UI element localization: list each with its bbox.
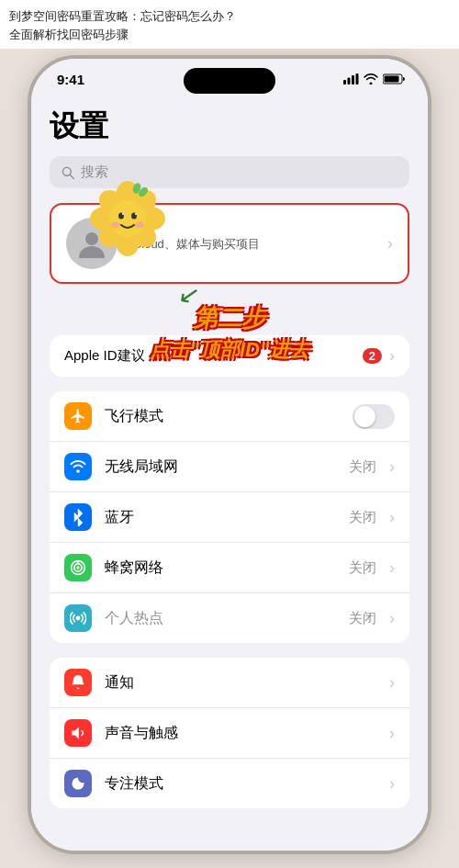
svg-rect-0 xyxy=(343,80,346,85)
step2-overlay: 第二步 点击"顶部ID"进去 xyxy=(55,302,404,364)
cellular-chevron: › xyxy=(389,558,395,578)
notifications-chevron: › xyxy=(389,673,395,693)
search-icon xyxy=(61,165,75,180)
airplane-label: 飞行模式 xyxy=(105,407,340,426)
battery-icon xyxy=(383,73,406,85)
hotspot-label: 个人热点 xyxy=(105,609,336,628)
svg-point-19 xyxy=(135,222,144,229)
cellular-value: 关闭 xyxy=(349,559,376,577)
dynamic-island xyxy=(184,68,275,94)
focus-label: 专注模式 xyxy=(105,774,376,794)
wifi-value: 关闭 xyxy=(349,458,376,476)
svg-rect-1 xyxy=(348,78,351,85)
settings-row-hotspot[interactable]: 个人热点 关闭 › xyxy=(50,593,409,643)
bluetooth-chevron: › xyxy=(389,508,395,527)
svg-point-28 xyxy=(76,566,79,569)
cellular-icon xyxy=(70,559,86,576)
hotspot-icon-box xyxy=(64,604,92,632)
bell-icon xyxy=(71,674,85,691)
svg-rect-5 xyxy=(385,76,399,83)
sound-icon xyxy=(70,725,86,741)
profile-card-wrapper: iCloud、媒体与购买项目 › xyxy=(31,203,428,284)
hotspot-value: 关闭 xyxy=(349,610,376,627)
svg-point-18 xyxy=(111,222,120,229)
connectivity-group: 飞行模式 无线局域网 关闭 › xyxy=(50,391,409,643)
wifi-settings-icon xyxy=(70,460,86,473)
chevron-right-icon: › xyxy=(387,234,393,254)
status-time: 9:41 xyxy=(57,72,84,87)
svg-line-7 xyxy=(70,175,73,178)
hotspot-chevron: › xyxy=(389,609,395,628)
top-banner: 到梦空间密码重置攻略：忘记密码怎么办？ 全面解析找回密码步骤 xyxy=(0,0,459,49)
svg-rect-2 xyxy=(352,75,354,85)
phone-frame: 9:41 xyxy=(28,55,431,854)
settings-row-sound[interactable]: 声音与触感 › xyxy=(50,708,409,759)
phone-inner: 9:41 xyxy=(31,59,428,851)
bluetooth-icon-box xyxy=(64,503,92,531)
svg-point-23 xyxy=(135,213,137,215)
banner-line1: 到梦空间密码重置攻略：忘记密码怎么办？ xyxy=(9,7,450,26)
focus-chevron: › xyxy=(389,774,395,794)
svg-point-17 xyxy=(109,200,146,237)
settings-title: 设置 xyxy=(31,99,428,156)
flower-sticker xyxy=(86,177,169,260)
wifi-icon xyxy=(364,73,378,85)
notifications-group: 通知 › 声音与触感 › xyxy=(50,658,409,808)
cellular-label: 蜂窝网络 xyxy=(105,558,336,578)
settings-row-notifications[interactable]: 通知 › xyxy=(50,658,409,708)
wifi-label: 无线局域网 xyxy=(105,457,336,477)
cellular-icon-box xyxy=(64,554,92,581)
airplane-icon xyxy=(70,408,86,424)
hotspot-icon xyxy=(70,610,86,626)
sound-chevron: › xyxy=(389,724,395,743)
svg-point-30 xyxy=(76,616,81,621)
settings-row-cellular[interactable]: 蜂窝网络 关闭 › xyxy=(50,543,409,593)
settings-content: 设置 搜索 xyxy=(31,99,428,851)
sound-label: 声音与触感 xyxy=(105,724,376,743)
step2-line1: 第二步 xyxy=(55,302,404,334)
notifications-icon-box xyxy=(64,669,92,696)
airplane-icon-box xyxy=(64,402,92,430)
bluetooth-value: 关闭 xyxy=(349,509,376,526)
notifications-label: 通知 xyxy=(105,673,376,693)
airplane-toggle[interactable] xyxy=(353,404,395,429)
svg-point-22 xyxy=(122,213,124,215)
settings-row-focus[interactable]: 专注模式 › xyxy=(50,759,409,808)
bluetooth-label: 蓝牙 xyxy=(105,508,336,527)
settings-row-wifi[interactable]: 无线局域网 关闭 › xyxy=(50,442,409,492)
wifi-icon-box xyxy=(64,453,92,480)
status-bar: 9:41 xyxy=(31,59,428,99)
focus-icon-box xyxy=(64,770,92,797)
status-icons xyxy=(343,73,406,85)
sound-icon-box xyxy=(64,719,92,747)
signal-icon xyxy=(343,73,359,85)
svg-rect-3 xyxy=(356,73,359,85)
profile-text: iCloud、媒体与购买项目 xyxy=(130,234,387,253)
settings-row-airplane[interactable]: 飞行模式 xyxy=(50,391,409,442)
settings-row-bluetooth[interactable]: 蓝牙 关闭 › xyxy=(50,492,409,543)
step2-line2: 点击"顶部ID"进去 xyxy=(55,336,404,364)
profile-subtitle: iCloud、媒体与购买项目 xyxy=(130,236,387,253)
bluetooth-icon xyxy=(72,508,84,526)
banner-line2: 全面解析找回密码步骤 xyxy=(9,26,450,44)
moon-icon xyxy=(71,776,85,791)
svg-point-6 xyxy=(62,167,71,175)
wifi-chevron: › xyxy=(389,457,395,477)
